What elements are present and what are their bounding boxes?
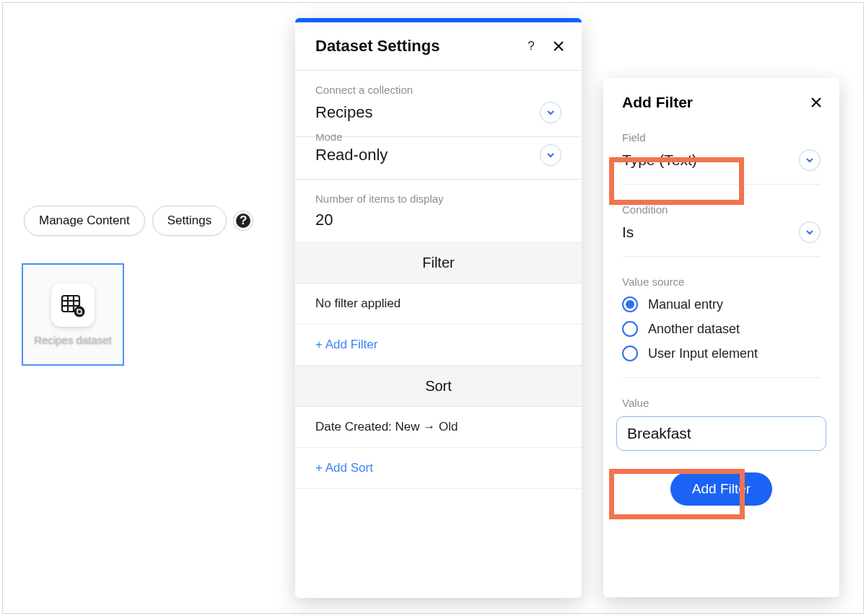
items-value: 20	[315, 211, 561, 229]
field-dropdown[interactable]: Type (Text)	[603, 148, 839, 181]
value-input[interactable]	[616, 416, 826, 451]
chevron-down-icon[interactable]	[540, 102, 561, 123]
dataset-tile-label: Recipes dataset	[34, 334, 112, 346]
mode-value: Read-only	[315, 146, 540, 164]
svg-point-5	[74, 306, 85, 317]
collection-label: Connect a collection	[295, 71, 582, 102]
help-icon[interactable]: ?	[234, 211, 253, 230]
settings-title: Dataset Settings	[315, 37, 511, 56]
chevron-down-icon[interactable]	[799, 149, 821, 171]
condition-label: Condition	[603, 199, 839, 220]
field-value: Type (Text)	[622, 151, 799, 169]
value-source-label: Value source	[603, 271, 839, 292]
radio-label: Another dataset	[648, 322, 740, 337]
items-label: Number of items to display	[295, 180, 582, 211]
add-sort-link[interactable]: + Add Sort	[295, 448, 582, 489]
radio-icon	[622, 296, 638, 312]
add-filter-panel: Add Filter Field Type (Text) Condition I…	[603, 78, 839, 597]
filter-group-header: Filter	[295, 242, 582, 283]
source-radio-manual[interactable]: Manual entry	[603, 292, 839, 317]
radio-icon	[622, 321, 638, 337]
chevron-down-icon[interactable]	[799, 221, 821, 243]
close-icon[interactable]	[809, 95, 823, 110]
dataset-icon	[51, 283, 95, 327]
radio-label: User Input element	[648, 346, 758, 361]
svg-text:?: ?	[528, 40, 534, 53]
field-label: Field	[603, 127, 839, 148]
dataset-tile[interactable]: Recipes dataset	[22, 263, 124, 366]
items-value-row[interactable]: 20	[295, 211, 582, 242]
add-filter-title: Add Filter	[622, 94, 796, 111]
sort-status: Date Created: New → Old	[295, 407, 582, 448]
mode-dropdown[interactable]: Read-only	[295, 144, 582, 179]
settings-button[interactable]: Settings	[152, 206, 227, 236]
mode-label: Mode	[295, 134, 582, 144]
radio-label: Manual entry	[648, 297, 723, 312]
collection-dropdown[interactable]: Recipes	[295, 102, 582, 136]
manage-content-button[interactable]: Manage Content	[24, 206, 145, 236]
settings-header: Dataset Settings ?	[295, 22, 582, 71]
add-filter-link[interactable]: + Add Filter	[295, 325, 582, 366]
sort-group-header: Sort	[295, 366, 582, 407]
radio-icon	[622, 346, 638, 361]
add-filter-submit-button[interactable]: Add Filter	[670, 472, 772, 506]
condition-dropdown[interactable]: Is	[603, 220, 839, 253]
dataset-settings-panel: Dataset Settings ? Connect a collection …	[295, 18, 582, 598]
condition-value: Is	[622, 224, 799, 241]
close-icon[interactable]	[551, 39, 566, 53]
chevron-down-icon[interactable]	[540, 144, 561, 166]
source-radio-dataset[interactable]: Another dataset	[603, 317, 839, 341]
collection-value: Recipes	[315, 103, 540, 122]
value-label: Value	[603, 392, 839, 413]
help-icon[interactable]: ?	[524, 39, 538, 53]
filter-status: No filter applied	[295, 283, 582, 325]
add-filter-header: Add Filter	[603, 78, 839, 127]
source-radio-userinput[interactable]: User Input element	[603, 341, 839, 366]
dataset-action-row: Manage Content Settings ?	[24, 206, 253, 236]
